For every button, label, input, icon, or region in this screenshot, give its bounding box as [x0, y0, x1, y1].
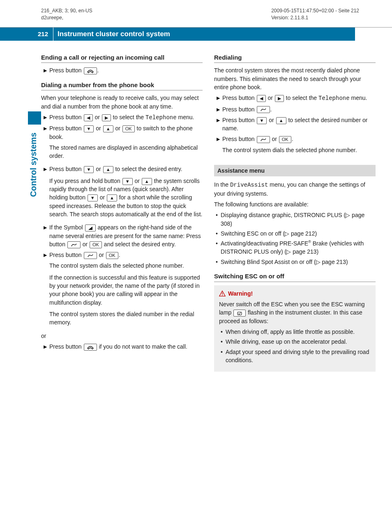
esc-warning-lamp-icon [233, 310, 246, 317]
registered-mark: ® [308, 240, 311, 244]
t: to select the [111, 114, 145, 120]
side-label: Control systems [29, 132, 38, 197]
step-arrow-icon: ▶ [217, 135, 222, 157]
step-select-telephone: ▶ Press button ◀ or ▶ to select the Tele… [44, 113, 203, 122]
up-arrow-button-icon: ▲ [142, 178, 152, 185]
meta-right-2: Version: 2.11.8.1 [271, 14, 359, 21]
warning-triangle-icon [219, 290, 226, 297]
list-item: •While driving, ease up on the accelerat… [221, 338, 371, 346]
warning-label: Warning! [228, 289, 253, 298]
step-switch-phonebook: ▶ Press button ▼ or ▲ or OK to switch to… [44, 124, 203, 162]
step-arrow-icon: ▶ [44, 66, 49, 74]
t: Press button [49, 166, 83, 172]
step-end-call-text-b: . [97, 67, 99, 74]
heading-redialing: Redialing [214, 53, 376, 63]
step-end-call-text-a: Press button [49, 67, 83, 74]
warning-list: •When driving off, apply as little throt… [219, 328, 371, 364]
t: Switching Blind Spot Assist on or off (▷… [221, 258, 376, 266]
t: If you press and hold button [49, 178, 122, 184]
step-dial: ▶ Press button or OK. The control system… [44, 251, 203, 329]
t: or [98, 194, 106, 201]
heading-esc: Switching ESC on or off [214, 272, 376, 282]
t: Press button [222, 136, 256, 142]
dial-note-3: The control system stores the dialed num… [49, 310, 203, 327]
dial-note-1: The control system dials the selected ph… [49, 261, 203, 270]
t: to select the [284, 95, 318, 101]
list-item: •Activating/deactivating PRE-SAFE® Brake… [216, 239, 376, 256]
t: Activating/deactivating PRE-SAFE [221, 240, 308, 247]
t: Press button [49, 125, 83, 132]
telephone-menu-label: Telephone [318, 95, 350, 102]
t: or [94, 125, 102, 132]
meta-left-2: d2ureepe, [41, 14, 92, 21]
meta-left-1: 216_AKB; 3; 90, en-US [41, 7, 92, 14]
call-button-icon [67, 241, 81, 248]
t: or [94, 166, 102, 172]
dial-note-2: If the connection is successful and this… [49, 273, 203, 307]
t: or [93, 114, 101, 120]
assist-intro-1: In the DriveAssist menu, you can change … [214, 180, 376, 198]
ok-button-icon: OK [122, 125, 135, 132]
assist-intro-2: The following functions are available: [214, 200, 376, 208]
t: menu. [177, 114, 194, 120]
step-multi-entry: ▶ If the Symbol appears on the right-han… [44, 223, 203, 248]
t: Adapt your speed and driving style to th… [226, 348, 371, 365]
meta-left: 216_AKB; 3; 90, en-US d2ureepe, [41, 7, 92, 21]
assist-function-list: •Displaying distance graphic, DISTRONIC … [214, 211, 376, 266]
down-arrow-button-icon: ▼ [257, 117, 267, 124]
telephone-menu-label: Telephone [145, 114, 177, 121]
t: or [81, 241, 89, 247]
t: or [270, 136, 279, 142]
step-arrow-icon: ▶ [217, 94, 222, 102]
up-arrow-button-icon: ▲ [103, 166, 113, 173]
up-arrow-button-icon: ▲ [103, 125, 113, 132]
chapter-bar: 212 Instrument cluster control system [0, 28, 355, 41]
column-left: Ending a call or rejecting an incoming c… [41, 53, 203, 372]
t: or [114, 125, 122, 132]
driveassist-menu-label: DriveAssist [230, 182, 268, 188]
list-item: •Displaying distance graphic, DISTRONIC … [216, 211, 376, 228]
step-arrow-icon: ▶ [44, 251, 49, 329]
ok-button-icon: OK [90, 241, 102, 248]
list-item: •Switching ESC on or off (▷ page 212) [216, 229, 376, 238]
up-arrow-button-icon: ▲ [276, 117, 286, 124]
step-arrow-icon: ▶ [44, 165, 49, 221]
warning-text: Never switch off the ESC when you see th… [219, 300, 371, 325]
redial-note: The control system dials the selected ph… [222, 146, 376, 154]
t: to select the desired entry. [114, 166, 182, 172]
meta-right: 2009-05-15T11:47:50+02:00 - Seite 212 Ve… [271, 7, 359, 21]
doc-meta-header: 216_AKB; 3; 90, en-US d2ureepe, 2009-05-… [0, 0, 392, 23]
heading-end-call: Ending a call or rejecting an incoming c… [41, 53, 203, 63]
step-redial-dial: ▶ Press button or OK. The control system… [217, 135, 376, 157]
t: Press button [49, 114, 83, 120]
heading-assistance-menu: Assistance menu [214, 165, 376, 176]
ok-button-icon: OK [279, 136, 291, 143]
step-cancel-call: ▶ Press button if you do not want to mak… [44, 342, 203, 351]
right-arrow-button-icon: ▶ [102, 114, 111, 121]
call-button-icon [84, 252, 97, 259]
t: In the [214, 181, 230, 188]
page-number: 212 [0, 28, 53, 41]
step-arrow-icon: ▶ [44, 113, 49, 122]
right-arrow-button-icon: ▶ [275, 95, 284, 102]
step-redial-press-call: ▶ Press button . [217, 105, 376, 113]
t: Press button [49, 343, 83, 350]
t: or [266, 95, 274, 101]
call-button-icon [257, 106, 270, 113]
hangup-button-icon [84, 67, 97, 74]
or-separator: or [41, 332, 203, 340]
t: or [133, 178, 141, 184]
t: and select the desired entry. [102, 241, 176, 247]
meta-right-1: 2009-05-15T11:47:50+02:00 - Seite 212 [271, 7, 359, 14]
down-arrow-button-icon: ▼ [122, 178, 133, 185]
t: Switching ESC on or off (▷ page 212) [221, 229, 376, 238]
t: Press button [222, 95, 256, 101]
t: While driving, ease up on the accelerato… [226, 338, 371, 346]
step-select-entry: ▶ Press button ▼ or ▲ to select the desi… [44, 165, 203, 221]
call-button-icon [257, 136, 270, 143]
phonebook-intro: When your telephone is ready to receive … [41, 94, 203, 111]
step-redial-select-menu: ▶ Press button ◀ or ▶ to select the Tele… [217, 94, 376, 102]
redial-intro: The control system stores the most recen… [214, 66, 376, 91]
left-arrow-button-icon: ◀ [84, 114, 93, 121]
step-end-call: ▶ Press button . [44, 66, 203, 74]
